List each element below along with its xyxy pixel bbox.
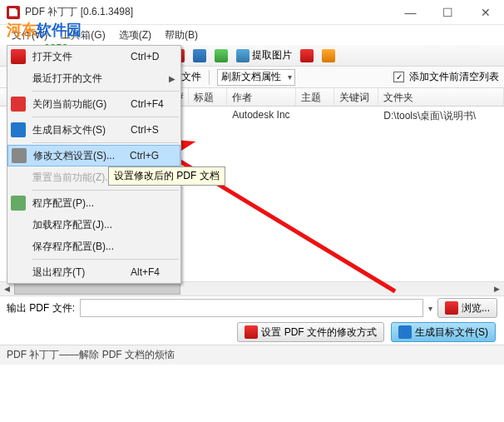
cell-author: Autodesk Inc	[227, 107, 296, 125]
menu-help[interactable]: 帮助(B)	[158, 26, 205, 45]
blank-icon	[11, 217, 26, 232]
col-subject[interactable]: 主题	[296, 88, 334, 106]
separator	[209, 70, 210, 85]
open-file-icon	[11, 49, 26, 64]
blank-icon	[11, 239, 26, 254]
tool-icon	[193, 49, 206, 62]
clear-list-checkbox[interactable]: ✓	[393, 72, 404, 82]
generate-target-button[interactable]: 生成目标文件(S)	[391, 322, 496, 342]
blank-icon	[11, 71, 26, 86]
config-icon	[11, 196, 26, 211]
col-author[interactable]: 作者	[227, 88, 296, 106]
titlebar: PDF 补丁丁 [0.6.1.3498] — ☐ ✕	[0, 0, 504, 25]
tool-icon	[300, 49, 314, 62]
status-bar: PDF 补丁丁——解除 PDF 文档的烦恼	[0, 345, 504, 365]
scroll-track[interactable]	[14, 282, 490, 296]
file-menu-dropdown: 打开文件 Ctrl+D 最近打开的文件 ▶ 关闭当前功能(G) Ctrl+F4 …	[7, 45, 181, 284]
col-title[interactable]: 标题	[189, 88, 227, 106]
scroll-right-icon[interactable]: ▶	[490, 282, 504, 296]
pdf-icon	[445, 301, 458, 315]
tool-button-5[interactable]	[297, 47, 317, 65]
files-label: 文件	[181, 70, 201, 84]
maximize-button[interactable]: ☐	[429, 0, 467, 25]
tool-icon	[215, 49, 228, 62]
settings-icon	[12, 148, 27, 163]
menu-separator	[32, 91, 179, 92]
col-keywords[interactable]: 关键词	[334, 88, 378, 106]
menu-toolbox[interactable]: 工具箱(G)	[54, 26, 111, 45]
menu-file[interactable]: 文件(W)	[5, 26, 54, 45]
menu-save-config[interactable]: 保存程序配置(B)...	[7, 236, 180, 257]
cell-folder: D:\tools\桌面\说明书\	[378, 107, 504, 125]
refresh-props-dropdown[interactable]: 刷新文档属性	[217, 69, 295, 86]
output-label: 输出 PDF 文件:	[7, 301, 75, 315]
minimize-button[interactable]: —	[392, 0, 429, 25]
extract-images-button[interactable]: 提取图片	[233, 47, 295, 65]
close-button[interactable]: ✕	[467, 0, 504, 25]
close-icon	[11, 97, 26, 112]
set-modify-method-button[interactable]: 设置 PDF 文件的修改方式	[237, 322, 384, 342]
col-folder[interactable]: 文件夹	[378, 88, 504, 106]
menu-separator	[32, 190, 179, 191]
menu-modify-doc-settings[interactable]: 修改文档设置(S)... Ctrl+G	[7, 145, 180, 166]
blank-icon	[11, 170, 26, 185]
output-row: 输出 PDF 文件: ▾ 浏览...	[0, 296, 504, 320]
submenu-arrow-icon: ▶	[169, 74, 175, 83]
menu-program-config[interactable]: 程序配置(P)...	[7, 192, 180, 214]
tooltip: 设置修改后的 PDF 文档	[108, 166, 225, 186]
window-controls: — ☐ ✕	[392, 0, 504, 25]
blank-icon	[11, 265, 26, 280]
window-title: PDF 补丁丁 [0.6.1.3498]	[25, 5, 392, 19]
menu-separator	[32, 259, 179, 260]
tool-icon	[322, 49, 335, 62]
menu-recent-files[interactable]: 最近打开的文件 ▶	[7, 67, 180, 89]
app-icon	[7, 6, 20, 19]
menu-exit[interactable]: 退出程序(T) Alt+F4	[7, 261, 180, 283]
menu-options[interactable]: 选项(Z)	[112, 26, 158, 45]
menu-separator	[32, 117, 179, 117]
menu-close-current[interactable]: 关闭当前功能(G) Ctrl+F4	[7, 93, 180, 115]
bottom-actions: 设置 PDF 文件的修改方式 生成目标文件(S)	[0, 320, 504, 345]
status-text: PDF 补丁丁——解除 PDF 文档的烦恼	[7, 348, 175, 362]
image-icon	[236, 49, 250, 62]
output-path-input[interactable]	[80, 299, 423, 317]
scroll-left-icon[interactable]: ◀	[0, 282, 14, 296]
save-icon	[11, 122, 26, 137]
tool-button-3[interactable]	[190, 47, 210, 65]
clear-list-label: 添加文件前清空列表	[409, 70, 499, 84]
menubar: 文件(W) 工具箱(G) 选项(Z) 帮助(B)	[0, 25, 504, 45]
browse-button[interactable]: 浏览...	[437, 298, 497, 318]
menu-generate-target[interactable]: 生成目标文件(S) Ctrl+S	[7, 119, 180, 141]
menu-open-file[interactable]: 打开文件 Ctrl+D	[7, 46, 180, 67]
pdf-icon	[245, 325, 258, 339]
save-icon	[398, 325, 412, 339]
menu-load-config[interactable]: 加载程序配置(J)...	[7, 214, 180, 236]
tool-button-4[interactable]	[211, 47, 231, 65]
tool-button-6[interactable]	[319, 47, 338, 65]
menu-separator	[32, 142, 179, 143]
